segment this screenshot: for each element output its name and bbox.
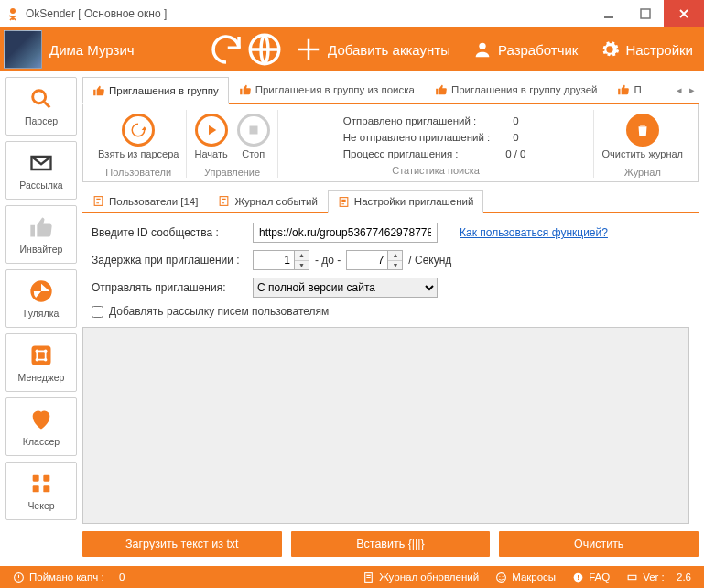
svg-text:!: ! bbox=[577, 573, 579, 582]
tabs-row: Приглашения в группу Приглашения в групп… bbox=[82, 77, 699, 104]
minimize-button[interactable] bbox=[590, 0, 627, 27]
rbtn-label: Стоп bbox=[242, 148, 265, 159]
svg-rect-12 bbox=[43, 475, 49, 482]
titlebar: OkSender [ Основное окно ] bbox=[0, 0, 704, 27]
ribbon-caption-users: Пользователи bbox=[105, 163, 171, 178]
svg-point-0 bbox=[10, 8, 16, 14]
tab-label: Приглашения в группу bbox=[109, 85, 219, 96]
svg-rect-1 bbox=[604, 16, 613, 18]
add-accounts-button[interactable]: Добавить аккаунты bbox=[284, 27, 461, 71]
status-updates[interactable]: Журнал обновлений bbox=[357, 572, 484, 583]
sidebar-label: Классер bbox=[23, 436, 60, 447]
sidebar-label: Чекер bbox=[27, 500, 54, 511]
send-mode-select[interactable]: С полной версии сайта bbox=[253, 278, 438, 298]
sidebar-label: Инвайтер bbox=[20, 244, 63, 255]
clear-log-button[interactable]: Очистить журнал bbox=[601, 114, 683, 159]
svg-rect-6 bbox=[32, 346, 51, 365]
stat-sent-value: 0 bbox=[503, 115, 528, 126]
subtab-settings[interactable]: Настройки приглашений bbox=[328, 190, 484, 213]
svg-rect-26 bbox=[628, 575, 636, 579]
community-id-input[interactable] bbox=[253, 223, 438, 243]
add-accounts-label: Добавить аккаунты bbox=[328, 42, 450, 58]
load-txt-button[interactable]: Загрузить текст из txt bbox=[82, 531, 282, 557]
maximize-button[interactable] bbox=[627, 0, 664, 27]
tab-label: Приглашения в группу из поиска bbox=[255, 84, 415, 95]
subtab-label: Настройки приглашений bbox=[354, 196, 474, 207]
add-mailing-checkbox[interactable] bbox=[92, 306, 103, 318]
subtab-label: Пользователи [14] bbox=[109, 196, 198, 207]
sidebar-item-gulyalka[interactable]: Гулялка bbox=[5, 269, 77, 328]
settings-button[interactable]: Настройки bbox=[589, 27, 704, 71]
stat-notsent-value: 0 bbox=[503, 132, 528, 143]
window-title: OkSender [ Основное окно ] bbox=[26, 7, 590, 20]
paste-button[interactable]: Вставить {|||} bbox=[291, 531, 491, 557]
svg-point-4 bbox=[479, 43, 485, 49]
subtab-users[interactable]: Пользователи [14] bbox=[82, 190, 208, 212]
take-from-parser-button[interactable]: Взять из парсера bbox=[98, 114, 179, 159]
app-logo-icon bbox=[5, 6, 20, 21]
tab-label: Приглашения в группу друзей bbox=[451, 84, 598, 95]
svg-point-5 bbox=[33, 91, 46, 103]
delay-from-spinner[interactable]: ▲▼ bbox=[253, 250, 309, 270]
ribbon-caption-control: Управление bbox=[204, 163, 260, 178]
delay-sep: - до - bbox=[315, 254, 341, 267]
sidebar-item-manager[interactable]: Менеджер bbox=[5, 333, 77, 392]
sidebar-label: Парсер bbox=[25, 115, 58, 126]
sidebar-label: Рассылка bbox=[19, 180, 62, 191]
sidebar-item-classer[interactable]: Классер bbox=[5, 397, 77, 456]
avatar[interactable] bbox=[4, 30, 42, 69]
sidebar-item-checker[interactable]: Чекер bbox=[5, 462, 77, 520]
stat-notsent-label: Не отправлено приглашений : bbox=[343, 132, 491, 143]
sidebar-item-mailer[interactable]: Рассылка bbox=[5, 141, 77, 200]
globe-button[interactable] bbox=[245, 27, 284, 71]
status-faq[interactable]: ! FAQ bbox=[567, 572, 615, 583]
subtab-log[interactable]: Журнал событий bbox=[208, 190, 327, 212]
header: Дима Мурзич Добавить аккаунты Разработчи… bbox=[0, 27, 704, 71]
start-button[interactable]: Начать bbox=[194, 114, 227, 159]
stat-sent-label: Отправлено приглашений : bbox=[343, 115, 491, 126]
help-link[interactable]: Как пользоваться функцией? bbox=[460, 226, 608, 239]
username[interactable]: Дима Мурзич bbox=[49, 42, 135, 58]
tab-scroll[interactable]: ◂▸ bbox=[673, 77, 699, 103]
status-version: Ver : 2.6 bbox=[621, 572, 697, 583]
tab-overflow[interactable]: П bbox=[607, 77, 651, 103]
clear-button[interactable]: Очистить bbox=[499, 531, 699, 557]
svg-rect-14 bbox=[43, 485, 49, 492]
ribbon: Взять из парсера Пользователи Начать Сто… bbox=[82, 104, 699, 182]
delay-to-spinner[interactable]: ▲▼ bbox=[346, 250, 403, 270]
sidebar-item-parser[interactable]: Парсер bbox=[5, 77, 77, 136]
send-mode-label: Отправлять приглашения: bbox=[92, 281, 247, 294]
statusbar: Поймано капч : 0 Журнал обновлений Макро… bbox=[0, 566, 704, 588]
svg-rect-2 bbox=[641, 9, 650, 18]
stop-button[interactable]: Стоп bbox=[237, 114, 270, 159]
rbtn-label: Взять из парсера bbox=[98, 148, 179, 159]
settings-label: Настройки bbox=[625, 42, 693, 58]
status-macros[interactable]: Макросы bbox=[490, 572, 561, 583]
sidebar-label: Гулялка bbox=[24, 308, 60, 319]
status-captcha: Поймано капч : 0 bbox=[7, 572, 130, 583]
stat-process-value: 0 / 0 bbox=[503, 148, 528, 159]
developer-button[interactable]: Разработчик bbox=[461, 27, 589, 71]
sidebar-item-inviter[interactable]: Инвайтер bbox=[5, 205, 77, 264]
community-id-label: Введите ID сообщества : bbox=[92, 226, 247, 239]
subtab-label: Журнал событий bbox=[234, 196, 317, 207]
close-button[interactable] bbox=[664, 0, 704, 27]
message-textarea[interactable] bbox=[82, 327, 689, 524]
svg-rect-13 bbox=[33, 485, 39, 492]
delay-unit: / Секунд bbox=[408, 254, 451, 267]
sidebar: Парсер Рассылка Инвайтер Гулялка Менедже… bbox=[5, 77, 77, 566]
tab-invite-friends[interactable]: Приглашения в группу друзей bbox=[425, 77, 608, 103]
developer-label: Разработчик bbox=[498, 42, 578, 58]
rbtn-label: Очистить журнал bbox=[601, 148, 683, 159]
form-area: Введите ID сообщества : Как пользоваться… bbox=[82, 213, 699, 323]
refresh-button[interactable] bbox=[207, 27, 245, 71]
svg-rect-11 bbox=[33, 475, 39, 482]
sidebar-label: Менеджер bbox=[18, 372, 65, 383]
tab-invite-search[interactable]: Приглашения в группу из поиска bbox=[229, 77, 425, 103]
add-mailing-label: Добавлять рассылку писем пользователям bbox=[109, 305, 329, 318]
subtabs: Пользователи [14] Журнал событий Настрой… bbox=[82, 190, 699, 213]
stat-process-label: Процесс приглашения : bbox=[343, 148, 491, 159]
ribbon-caption-log: Журнал bbox=[624, 163, 661, 178]
tab-invite-group[interactable]: Приглашения в группу bbox=[82, 77, 229, 104]
tab-label: П bbox=[634, 84, 641, 95]
